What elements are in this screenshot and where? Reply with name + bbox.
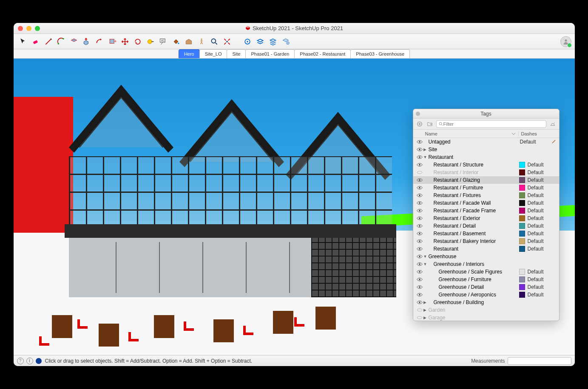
- color-swatch[interactable]: [519, 292, 525, 298]
- line-tool[interactable]: [43, 36, 54, 48]
- visible-icon[interactable]: [416, 140, 423, 144]
- disclosure-icon[interactable]: ▼: [423, 262, 429, 266]
- color-swatch[interactable]: [519, 200, 525, 206]
- visible-icon[interactable]: [416, 209, 423, 213]
- panel-close-icon[interactable]: [416, 112, 420, 116]
- panel-column-header[interactable]: Name Dashes: [413, 130, 559, 138]
- scene-tab[interactable]: Site: [227, 49, 246, 58]
- move-tool[interactable]: [119, 36, 131, 48]
- color-swatch[interactable]: [519, 284, 525, 290]
- xray-toggle-icon[interactable]: [280, 36, 292, 48]
- visible-icon[interactable]: [416, 163, 423, 167]
- dash-value[interactable]: Default: [526, 231, 559, 237]
- visible-icon[interactable]: [416, 277, 423, 282]
- tags-panel[interactable]: Tags Name Dashes UntaggedDefault▶Site▼Re…: [413, 109, 560, 321]
- rectangle-tool[interactable]: [68, 36, 80, 48]
- color-swatch[interactable]: [519, 269, 525, 275]
- color-swatch[interactable]: [519, 162, 525, 168]
- visible-icon[interactable]: [416, 239, 423, 243]
- visible-icon[interactable]: [416, 254, 423, 259]
- arc-tool[interactable]: [55, 36, 67, 48]
- color-swatch[interactable]: [519, 177, 525, 183]
- hidden-icon[interactable]: [416, 316, 423, 320]
- dash-value[interactable]: Default: [526, 276, 559, 282]
- color-swatch[interactable]: [519, 276, 525, 282]
- hidden-icon[interactable]: [416, 170, 423, 175]
- zoom-tool[interactable]: [208, 36, 220, 48]
- tag-row[interactable]: ▼Restaurant: [413, 153, 559, 161]
- dash-value[interactable]: Default: [526, 269, 559, 275]
- tag-row[interactable]: Restaurant / GlazingDefault: [413, 176, 559, 184]
- viewport-3d[interactable]: Tags Name Dashes UntaggedDefault▶Site▼Re…: [14, 59, 575, 355]
- tag-row[interactable]: Greenhouse / Scale FiguresDefault: [413, 268, 559, 276]
- tag-row[interactable]: Restaurant / ExteriorDefault: [413, 214, 559, 222]
- layers-icon[interactable]: [254, 36, 266, 48]
- filter-field[interactable]: [436, 120, 546, 128]
- disclosure-icon[interactable]: ▶: [423, 316, 429, 320]
- dash-value[interactable]: Default: [526, 162, 559, 168]
- tag-row[interactable]: Restaurant / BasementDefault: [413, 230, 559, 237]
- visible-icon[interactable]: [416, 155, 423, 159]
- tag-row[interactable]: Greenhouse / DetailDefault: [413, 283, 559, 291]
- dash-value[interactable]: Default: [526, 200, 559, 206]
- color-swatch[interactable]: [519, 238, 525, 244]
- info-icon[interactable]: i: [26, 358, 33, 364]
- visible-icon[interactable]: [416, 285, 423, 289]
- close-icon[interactable]: [18, 26, 23, 31]
- tag-row[interactable]: Restaurant / Bakery InteriorDefault: [413, 237, 559, 245]
- tag-row[interactable]: RestaurantDefault: [413, 245, 559, 253]
- filter-input[interactable]: [443, 121, 544, 127]
- paint-bucket-tool[interactable]: [170, 36, 182, 48]
- model-settings-icon[interactable]: [241, 36, 253, 48]
- visible-icon[interactable]: [416, 224, 423, 228]
- tag-row[interactable]: ▶Greenhouse / Building: [413, 299, 559, 306]
- disclosure-icon[interactable]: ▶: [423, 147, 429, 152]
- visible-icon[interactable]: [416, 186, 423, 190]
- color-swatch[interactable]: [519, 231, 525, 237]
- tag-row[interactable]: Greenhouse / AeroponicsDefault: [413, 291, 559, 299]
- scene-tab[interactable]: Site_LO: [199, 49, 227, 58]
- color-swatch[interactable]: [519, 215, 525, 221]
- account-avatar[interactable]: [560, 36, 571, 47]
- text-tool[interactable]: A1: [157, 36, 169, 48]
- dash-value[interactable]: Default: [526, 192, 559, 198]
- visible-icon[interactable]: [416, 270, 423, 274]
- add-folder-icon[interactable]: [426, 120, 434, 128]
- status-indicator-icon[interactable]: [36, 358, 42, 364]
- panel-titlebar[interactable]: Tags: [413, 109, 559, 118]
- visible-icon[interactable]: [416, 178, 423, 182]
- color-swatch[interactable]: [519, 185, 525, 191]
- scene-tab[interactable]: Phase03 - Greenhouse: [350, 49, 410, 58]
- hidden-icon[interactable]: [416, 308, 423, 312]
- dash-value[interactable]: Default: [526, 246, 559, 252]
- rotate-tool[interactable]: [132, 36, 144, 48]
- visible-icon[interactable]: [416, 262, 423, 266]
- column-name-header[interactable]: Name: [425, 131, 511, 136]
- tag-row[interactable]: UntaggedDefault: [413, 138, 559, 146]
- disclosure-icon[interactable]: ▶: [423, 308, 429, 312]
- visible-icon[interactable]: [416, 293, 423, 297]
- visible-icon[interactable]: [416, 300, 423, 304]
- visible-icon[interactable]: [416, 147, 423, 152]
- visible-icon[interactable]: [416, 201, 423, 205]
- follow-me-tool[interactable]: [106, 36, 118, 48]
- tag-row[interactable]: Restaurant / DetailDefault: [413, 222, 559, 230]
- eraser-tool[interactable]: [30, 36, 42, 48]
- visible-icon[interactable]: [416, 216, 423, 220]
- minimize-icon[interactable]: [26, 26, 31, 31]
- color-swatch[interactable]: [519, 169, 525, 175]
- disclosure-icon[interactable]: ▼: [423, 155, 429, 159]
- disclosure-icon[interactable]: ▶: [423, 300, 429, 304]
- help-icon[interactable]: ?: [17, 358, 24, 364]
- measurements-input[interactable]: [508, 357, 571, 365]
- tag-row[interactable]: Restaurant / Facade WallDefault: [413, 199, 559, 207]
- tag-row[interactable]: ▶Garage: [413, 314, 559, 321]
- dash-value[interactable]: Default: [526, 238, 559, 244]
- disclosure-icon[interactable]: ▼: [423, 254, 429, 259]
- dash-value[interactable]: Default: [526, 215, 559, 221]
- outliner-icon[interactable]: [267, 36, 279, 48]
- visible-icon[interactable]: [416, 193, 423, 197]
- warehouse-tool[interactable]: [183, 36, 195, 48]
- panel-menu-icon[interactable]: [549, 120, 557, 128]
- dash-value[interactable]: Default: [526, 208, 559, 214]
